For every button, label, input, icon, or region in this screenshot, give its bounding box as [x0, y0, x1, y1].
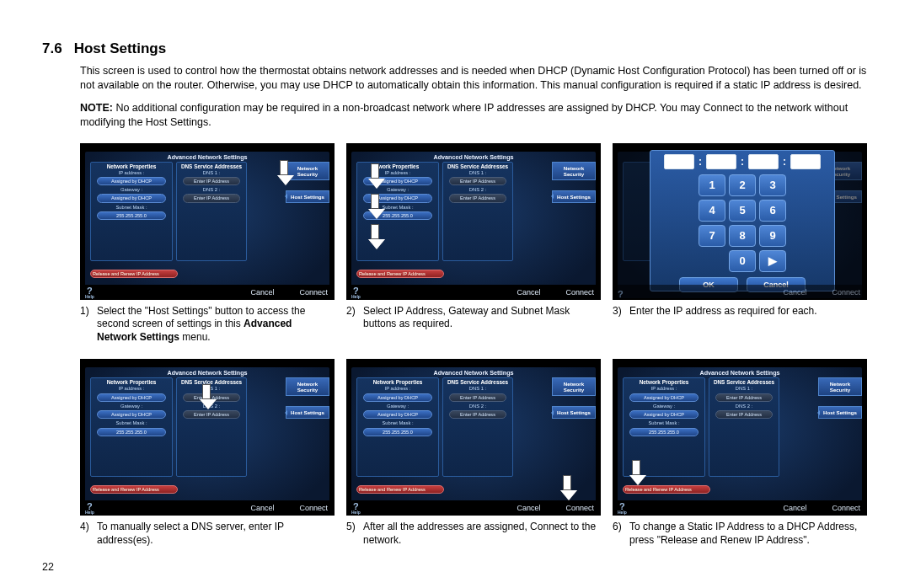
keypad-1[interactable]: 1 [699, 174, 725, 196]
ip-button[interactable]: Assigned by DHCP [629, 393, 699, 402]
dns2-label: DNS 2 : [179, 187, 244, 192]
dns2-button[interactable]: Enter IP Address [715, 410, 773, 419]
network-security-tab[interactable]: Network Security [552, 377, 596, 396]
subnet-label: Subnet Mask : [359, 420, 436, 425]
dns1-label: DNS 1 : [445, 170, 511, 175]
dns1-button[interactable]: Enter IP Address [449, 393, 506, 402]
connect-button[interactable]: Connect [299, 288, 328, 297]
keypad-8[interactable]: 8 [729, 225, 756, 247]
dns-head: DNS Service Addresses [711, 379, 777, 385]
page-number: 22 [42, 561, 54, 573]
keypad-9[interactable]: 9 [759, 225, 786, 247]
cancel-button[interactable]: Cancel [783, 504, 806, 512]
host-settings-tab[interactable]: Host Settings [286, 190, 329, 203]
arrow-down-icon [368, 224, 382, 249]
ip-button[interactable]: Assigned by DHCP [363, 393, 432, 402]
screenshot-2: Advanced Network Settings twork Properti… [346, 143, 601, 300]
help-icon[interactable]: ? [618, 291, 624, 298]
ip-button[interactable]: Assigned by DHCP [97, 177, 166, 185]
release-renew-button[interactable]: Release and Renew IP Address [356, 485, 444, 494]
release-renew-button[interactable]: Release and Renew IP Address [90, 485, 178, 494]
host-settings-tab[interactable]: Host Settings [818, 406, 862, 419]
arrow-down-icon [200, 384, 213, 409]
gateway-button[interactable]: Assigned by DHCP [97, 410, 166, 419]
screen-title: Advanced Network Settings [618, 369, 862, 377]
cancel-button[interactable]: Cancel [250, 504, 274, 512]
network-properties-head: Network Properties [93, 379, 170, 385]
keypad-4[interactable]: 4 [699, 200, 725, 222]
host-settings-tab[interactable]: Host Settings [552, 406, 596, 419]
dns1-button[interactable]: Enter IP Address [715, 393, 773, 402]
ip-keypad: : : : 1 2 3 4 5 6 7 8 9 0 ▶ [650, 150, 835, 291]
network-security-tab[interactable]: Network Security [552, 162, 596, 180]
cancel-button[interactable]: Cancel [250, 288, 274, 297]
caption-4: 4) To manually select a DNS server, ente… [80, 521, 335, 547]
caption-2: 2) Select IP Address, Gateway and Subnet… [346, 305, 601, 345]
subnet-button[interactable]: 255.255.255.0 [629, 428, 699, 436]
subnet-label: Subnet Mask : [93, 205, 170, 210]
dns2-label: DNS 2 : [445, 187, 511, 192]
keypad-3[interactable]: 3 [759, 174, 786, 196]
keypad-6[interactable]: 6 [759, 200, 786, 222]
connect-button[interactable]: Connect [565, 504, 594, 512]
dns2-button[interactable]: Enter IP Address [183, 194, 240, 202]
caption-3: 3) Enter the IP address as required for … [613, 305, 867, 345]
subnet-button[interactable]: 255.255.255.0 [97, 211, 166, 220]
screenshot-5: Advanced Network Settings Network Proper… [346, 359, 601, 516]
release-renew-button[interactable]: Release and Renew IP Address [356, 270, 444, 278]
keypad-next[interactable]: ▶ [759, 250, 786, 272]
dns-head: DNS Service Addresses [179, 163, 244, 169]
network-properties-head: Network Properties [359, 379, 436, 385]
gateway-button[interactable]: Assigned by DHCP [363, 410, 432, 419]
screen-title: Advanced Network Settings [351, 153, 596, 161]
note-paragraph: NOTE: No additional configuration may be… [80, 101, 868, 130]
network-security-tab[interactable]: Network Security [286, 377, 329, 396]
dns1-label: DNS 1 : [711, 386, 777, 391]
keypad-0[interactable]: 0 [729, 250, 756, 272]
ip-octet-field[interactable] [706, 154, 736, 169]
subnet-button[interactable]: 255.255.255.0 [97, 428, 166, 436]
keypad-2[interactable]: 2 [729, 174, 756, 196]
network-properties-head: Network Properties [625, 379, 703, 385]
connect-button[interactable]: Connect [832, 504, 860, 512]
cancel-button[interactable]: Cancel [517, 288, 540, 297]
subnet-label: Subnet Mask : [93, 420, 170, 425]
screen-title: Advanced Network Settings [85, 153, 329, 161]
ip-label: IP address : [625, 386, 703, 391]
dns1-label: DNS 1 : [445, 386, 511, 391]
connect-button[interactable]: Connect [832, 288, 860, 297]
release-renew-button[interactable]: Release and Renew IP Address [90, 270, 178, 278]
network-security-tab[interactable]: Network Security [818, 377, 862, 396]
dns1-label: DNS 1 : [179, 170, 244, 175]
dns2-button[interactable]: Enter IP Address [183, 410, 240, 419]
connect-button[interactable]: Connect [565, 288, 594, 297]
screen-title: Advanced Network Settings [351, 369, 596, 377]
host-settings-tab[interactable]: Host Settings [552, 190, 596, 203]
gateway-button[interactable]: Assigned by DHCP [629, 410, 699, 419]
ip-octet-field[interactable] [790, 154, 821, 169]
dns1-button[interactable]: Enter IP Address [183, 177, 240, 185]
arrow-down-icon [560, 475, 574, 500]
help-label: Help [351, 510, 361, 514]
ip-octet-field[interactable] [664, 154, 694, 169]
dns2-button[interactable]: Enter IP Address [449, 410, 506, 419]
ip-label: IP address : [359, 386, 436, 391]
dns2-label: DNS 2 : [711, 404, 777, 409]
ip-octet-field[interactable] [748, 154, 779, 169]
dns1-button[interactable]: Enter IP Address [449, 177, 506, 185]
ip-button[interactable]: Assigned by DHCP [97, 393, 166, 402]
screenshot-6: Advanced Network Settings Network Proper… [613, 359, 867, 516]
gateway-label: Gateway : [359, 404, 436, 409]
keypad-5[interactable]: 5 [729, 200, 756, 222]
keypad-7[interactable]: 7 [699, 225, 725, 247]
connect-button[interactable]: Connect [299, 504, 328, 512]
dns2-button[interactable]: Enter IP Address [449, 194, 506, 202]
cancel-button[interactable]: Cancel [783, 288, 806, 297]
cancel-button[interactable]: Cancel [517, 504, 540, 512]
caption-1: 1) Select the "Host Settings" button to … [80, 305, 335, 345]
host-settings-tab[interactable]: Host Settings [286, 406, 329, 419]
release-renew-button[interactable]: Release and Renew IP Address [623, 485, 710, 494]
subnet-button[interactable]: 255.255.255.0 [363, 428, 432, 436]
network-properties-head: Network Properties [93, 163, 170, 169]
gateway-button[interactable]: Assigned by DHCP [97, 194, 166, 202]
